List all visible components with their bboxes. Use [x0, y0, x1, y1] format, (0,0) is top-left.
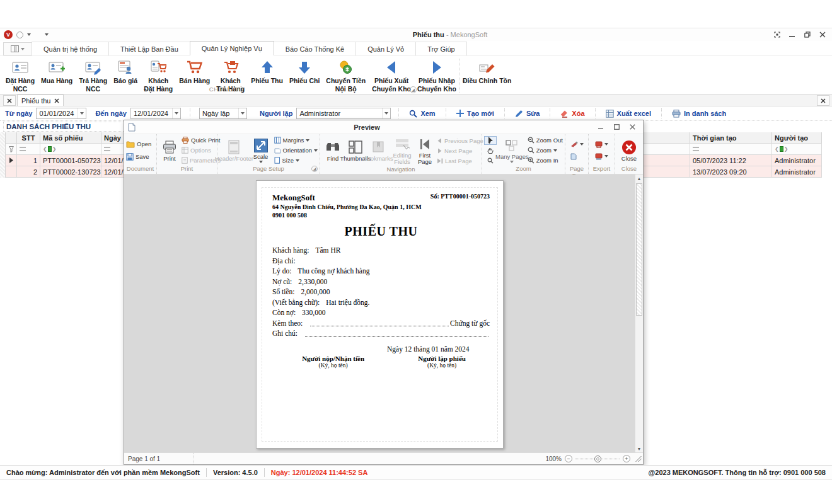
watermark-button[interactable] — [570, 140, 584, 149]
magnifier-icon — [487, 158, 494, 164]
fullscreen-icon[interactable] — [774, 32, 780, 38]
scroll-down-icon[interactable]: ▼ — [635, 445, 643, 452]
scale-button[interactable]: Scale — [250, 137, 272, 164]
pointer-tool-button[interactable] — [484, 136, 497, 145]
quick-access-icon[interactable] — [16, 32, 23, 38]
zoom-in-button[interactable]: Zoom In — [528, 156, 563, 165]
tab-bao-cao-thong-ke[interactable]: Báo Cáo Thống Kê — [274, 42, 356, 55]
ribbon-item-phieu-chi[interactable]: Phiếu Chi — [286, 58, 323, 86]
preview-title-bar[interactable]: Preview — [124, 120, 643, 134]
tab-quan-ly-nghiep-vu[interactable]: Quản Lý Nghiệp Vụ — [190, 41, 274, 55]
close-preview-button[interactable]: Close — [618, 139, 640, 163]
tab-quan-ly-vo[interactable]: Quản Lý Vỏ — [355, 42, 416, 55]
date-type-select[interactable]: Ngày lập — [199, 108, 247, 119]
first-page-icon — [419, 136, 431, 152]
ribbon-item-ban-hang[interactable]: Bán Hàng — [176, 58, 213, 86]
doc-tab-phieu-thu[interactable]: Phiếu thu — [17, 94, 64, 106]
tab-row-close-button[interactable] — [817, 95, 829, 106]
page-color-button[interactable] — [570, 152, 584, 161]
print-button[interactable]: Print — [159, 139, 180, 163]
scroll-up-icon[interactable]: ▲ — [635, 175, 643, 182]
header-code[interactable]: Mã số phiếu — [40, 132, 101, 143]
group-dialog-launcher-icon[interactable]: ◢ — [410, 86, 417, 93]
close-icon[interactable] — [819, 32, 826, 38]
filter-stt[interactable] — [17, 144, 40, 154]
zoom-button[interactable]: Zoom — [528, 146, 563, 155]
equals-filter-icon — [20, 147, 26, 151]
first-page-button[interactable]: First Page — [415, 135, 434, 166]
last-page-button[interactable]: Last Page — [437, 156, 483, 165]
receipt-phone: 0901 000 508 — [272, 211, 430, 219]
ribbon-item-dieu-chinh-ton[interactable]: Điều Chỉnh Tồn — [459, 58, 515, 86]
tab-quan-tri-he-thong[interactable]: Quản trị hệ thống — [32, 42, 109, 55]
orientation-button[interactable]: Orientation — [274, 146, 318, 155]
edit-button[interactable]: Sửa — [509, 110, 546, 118]
ribbon-panes-button[interactable] — [3, 42, 32, 55]
to-date-input[interactable]: 12/01/2024 — [130, 108, 181, 119]
export-document-button[interactable] — [595, 140, 608, 149]
toolbar-caret-icon[interactable] — [45, 33, 49, 36]
ribbon-item-bao-gia[interactable]: Báo giá — [110, 58, 141, 86]
create-new-button[interactable]: Tạo mới — [450, 110, 500, 117]
tab-list-close-button[interactable] — [3, 95, 16, 106]
print-list-button[interactable]: In danh sách — [666, 110, 732, 118]
payment-down-arrow-icon — [296, 59, 313, 76]
creator-dropdown-icon[interactable] — [382, 108, 390, 118]
resize-grip[interactable] — [635, 455, 642, 462]
header-stt[interactable]: STT — [17, 132, 40, 143]
to-date-dropdown-icon[interactable] — [172, 108, 180, 118]
header-footer-button[interactable]: Header/Footer — [219, 139, 249, 163]
zoom-plus-button[interactable]: + — [623, 455, 630, 462]
from-date-input[interactable]: 01/01/2024 — [36, 108, 86, 119]
many-pages-button[interactable]: Many Pages — [498, 137, 526, 164]
editing-fields-button[interactable]: Editing Fields — [390, 135, 414, 166]
scrollbar-thumb[interactable] — [636, 183, 642, 316]
filter-creator[interactable]: ❮❯ — [772, 144, 822, 154]
bookmarks-button[interactable]: Bookmarks — [367, 139, 389, 163]
size-button[interactable]: Size — [274, 156, 318, 165]
cell-code: PTT00001-050723 — [40, 155, 101, 166]
filter-created[interactable] — [690, 144, 772, 154]
minimize-icon[interactable] — [789, 32, 795, 38]
header-created[interactable]: Thời gian tạo — [690, 132, 772, 143]
export-caret-icon — [604, 143, 608, 146]
current-date-text: Ngày: 12/01/2024 11:44:52 SA — [265, 469, 374, 476]
date-type-dropdown-icon[interactable] — [238, 108, 246, 118]
zoom-slider-thumb[interactable] — [594, 455, 601, 462]
ribbon-group-separator — [459, 59, 459, 93]
ribbon-item-phieu-thu[interactable]: Phiếu Thu — [248, 58, 286, 86]
watermark-icon — [570, 141, 578, 147]
quick-access-caret-icon[interactable] — [27, 33, 31, 36]
ribbon-item-mua-hang[interactable]: Mua Hàng — [38, 58, 76, 86]
from-date-dropdown-icon[interactable] — [78, 108, 86, 118]
open-button[interactable]: Open — [126, 140, 151, 149]
send-email-button[interactable] — [595, 152, 608, 161]
filter-code[interactable]: ❮❯ — [40, 144, 101, 154]
margins-button[interactable]: Margins — [274, 136, 318, 145]
restore-icon[interactable] — [804, 32, 811, 38]
doc-tab-close-icon[interactable] — [54, 98, 59, 103]
tab-thiet-lap-ban-dau[interactable]: Thiết Lập Ban Đầu — [108, 42, 190, 55]
options-button[interactable]: Options — [182, 146, 221, 155]
creator-select[interactable]: Administrator — [296, 108, 391, 119]
quick-print-button[interactable]: Quick Print — [182, 136, 221, 145]
tab-tro-giup[interactable]: Trợ Giúp — [415, 42, 466, 55]
supplier-order-icon — [12, 59, 28, 76]
view-button[interactable]: Xem — [403, 110, 441, 118]
zoom-minus-button[interactable]: − — [565, 455, 572, 462]
zoom-out-button[interactable]: Zoom Out — [528, 136, 563, 145]
preview-close-icon[interactable] — [630, 124, 635, 130]
next-page-button[interactable]: Next Page — [437, 146, 483, 155]
preview-vertical-scrollbar[interactable]: ▲ ▼ — [635, 175, 643, 452]
zoom-slider[interactable] — [575, 459, 620, 459]
save-button[interactable]: Save — [126, 152, 151, 161]
export-excel-button[interactable]: Xuất excel — [599, 110, 657, 118]
delete-button[interactable]: Xóa — [554, 110, 591, 118]
previous-page-button[interactable]: Previous Page — [437, 136, 483, 145]
preview-maximize-icon[interactable] — [614, 124, 620, 130]
receipt-up-arrow-icon — [259, 59, 275, 76]
header-creator[interactable]: Người tạo — [772, 132, 822, 143]
page-setup-launcher-icon[interactable]: ◢ — [311, 166, 318, 172]
preview-minimize-icon[interactable] — [598, 124, 604, 130]
thumbnails-icon — [348, 139, 363, 156]
